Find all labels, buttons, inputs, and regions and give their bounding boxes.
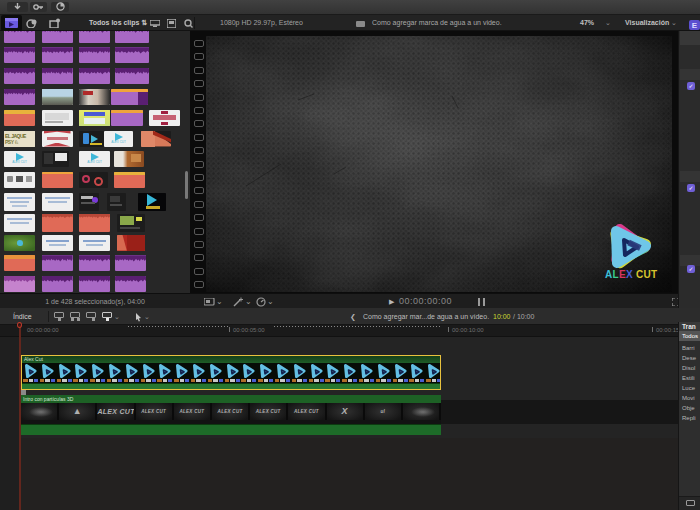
svg-text:ALEX CUT: ALEX CUT <box>605 269 657 280</box>
